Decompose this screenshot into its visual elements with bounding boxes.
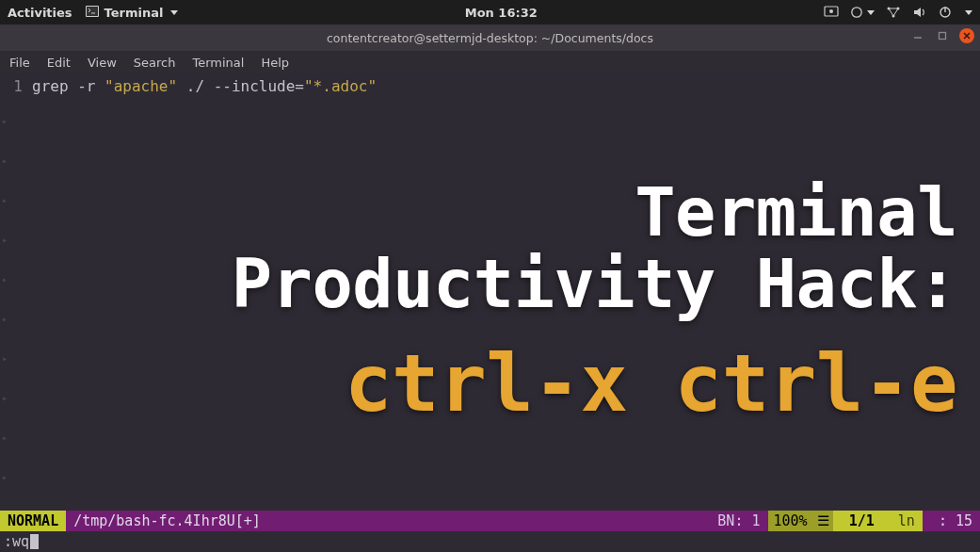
screen-record-icon[interactable]	[824, 6, 839, 19]
mode-segment: NORMAL	[0, 511, 66, 531]
activities-button[interactable]: Activities	[8, 6, 72, 20]
svg-rect-12	[940, 33, 946, 40]
vim-commandline[interactable]: :wq	[0, 531, 980, 552]
chevron-down-icon	[867, 10, 875, 15]
overlay-title-line1: Terminal	[232, 177, 957, 249]
volume-icon[interactable]	[912, 6, 927, 19]
fold-tick-icon: ▸	[2, 196, 8, 205]
maximize-button[interactable]	[935, 28, 950, 43]
headline-overlay: Terminal Productivity Hack: ctrl-x ctrl-…	[232, 177, 957, 428]
window-titlebar[interactable]: contentcreator@settermjd-desktop: ~/Docu…	[0, 24, 980, 51]
power-icon[interactable]	[939, 6, 952, 19]
window-title: contentcreator@settermjd-desktop: ~/Docu…	[327, 31, 653, 45]
code-line: grep -r "apache" ./ --include="*.adoc"	[32, 77, 377, 95]
fold-tick-icon: ▸	[2, 117, 8, 126]
cursor-block-icon	[30, 534, 39, 549]
command-text: :wq	[4, 533, 29, 550]
menu-file[interactable]: File	[9, 56, 30, 70]
fold-tick-icon: ▸	[2, 473, 8, 482]
fold-tick-icon: ▸	[2, 156, 8, 166]
gnome-topbar: Activities Terminal Mon 16:32	[0, 0, 980, 24]
circle-status-icon[interactable]	[850, 6, 863, 19]
fold-tick-icon: ▸	[2, 315, 8, 324]
line-label-segment: ln	[891, 511, 923, 531]
svg-point-5	[852, 8, 861, 17]
app-menu-button[interactable]: Terminal	[86, 6, 179, 20]
fold-tick-icon: ▸	[2, 433, 8, 443]
svg-rect-1	[87, 7, 98, 16]
minimize-button[interactable]	[910, 28, 925, 43]
percent-segment: 100%	[768, 511, 813, 531]
menu-view[interactable]: View	[88, 56, 117, 70]
network-icon[interactable]	[886, 6, 901, 19]
vim-statusbar: NORMAL /tmp/bash-fc.4Ihr8U[+] BN: 1 100%…	[0, 511, 980, 531]
file-segment: /tmp/bash-fc.4Ihr8U[+]	[66, 511, 268, 531]
overlay-subtitle: ctrl-x ctrl-e	[232, 340, 957, 427]
fold-tick-icon: ▸	[2, 394, 8, 403]
topbar-clock[interactable]: Mon 16:32	[465, 6, 538, 20]
column-segment: : 15	[923, 511, 980, 531]
menu-terminal[interactable]: Terminal	[192, 56, 244, 70]
chevron-down-icon	[170, 10, 178, 15]
close-button[interactable]	[959, 28, 974, 43]
buffer-number-segment: BN: 1	[710, 511, 767, 531]
line-gutter: 1	[0, 73, 28, 511]
terminal-app-icon	[86, 6, 99, 20]
menu-search[interactable]: Search	[134, 56, 176, 70]
fold-tick-icon: ▸	[2, 275, 8, 284]
menu-help[interactable]: Help	[261, 56, 289, 70]
app-menubar: File Edit View Search Terminal Help	[0, 51, 980, 73]
line-number: 1	[13, 77, 23, 95]
overlay-title-line2: Productivity Hack:	[232, 249, 957, 320]
chevron-down-icon	[965, 10, 972, 15]
app-menu-label: Terminal	[104, 6, 164, 20]
position-segment: 1/1	[833, 511, 891, 531]
desktop-root: Activities Terminal Mon 16:32	[0, 0, 980, 552]
fold-tick-icon: ▸	[2, 235, 8, 245]
statusbar-fill	[268, 511, 710, 531]
fold-tick-icon: ▸	[2, 354, 8, 364]
menu-edit[interactable]: Edit	[47, 56, 71, 70]
window-controls	[910, 28, 974, 43]
svg-point-4	[829, 9, 833, 13]
hamburger-icon: ☰	[813, 511, 833, 531]
editor-viewport[interactable]: 1 ▸ ▸ ▸ ▸ ▸ ▸ ▸ ▸ ▸ ▸ grep -r "apache" .…	[0, 73, 980, 511]
